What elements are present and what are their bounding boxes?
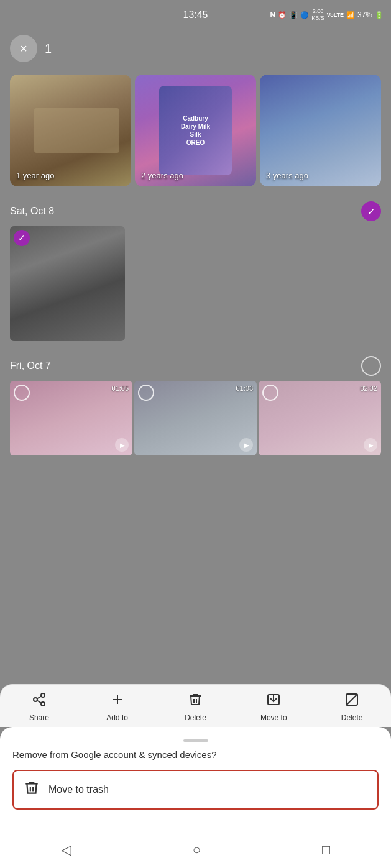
delete-from-action[interactable]: Delete: [333, 692, 370, 722]
signal-icon: 📶: [346, 11, 355, 19]
play-icon-2: ▶: [244, 442, 249, 449]
action-bar: Share Add to Delete: [0, 684, 391, 727]
share-action[interactable]: Share: [21, 692, 58, 722]
nfc-icon: N: [270, 11, 276, 19]
drag-handle: [183, 739, 208, 742]
video-duration-1: 01:05: [111, 385, 129, 392]
add-to-label: Add to: [106, 713, 128, 722]
status-time: 13:45: [183, 9, 208, 21]
share-icon: [32, 692, 47, 711]
section-select-oct8[interactable]: ✓: [361, 201, 381, 221]
nav-bar: ◁ ○ □: [0, 833, 391, 868]
video-cell-oct7-1[interactable]: 01:05 ▶: [10, 381, 132, 455]
section-date-oct7: Fri, Oct 7: [10, 360, 51, 372]
delete-action[interactable]: Delete: [177, 692, 214, 722]
recents-button[interactable]: □: [322, 842, 330, 858]
video-grid-oct7: 01:05 ▶ 01:03 ▶ 02:32 ▶: [5, 381, 386, 455]
memory-label-3: 3 years ago: [266, 171, 308, 180]
home-button[interactable]: ○: [193, 842, 201, 858]
photo-cell-oct8-1[interactable]: ✓: [10, 226, 125, 341]
bluetooth-icon: 🔵: [300, 11, 309, 19]
memories-row: 1 year ago CadburyDairy MilkSilkOREO 2 y…: [5, 70, 386, 194]
battery-icon: 🔋: [375, 11, 384, 19]
svg-point-1: [34, 698, 37, 701]
play-button-3[interactable]: ▶: [364, 438, 377, 452]
status-icons: N ⏰ 📳 🔵 2.00KB/S VoLTE 📶 37% 🔋: [270, 8, 384, 22]
select-circle-oct7-2[interactable]: [138, 385, 154, 401]
section-date-oct8: Sat, Oct 8: [10, 206, 54, 217]
alarm-icon: ⏰: [278, 11, 287, 19]
move-to-label: Move to: [260, 713, 287, 722]
photo-grid-oct8: ✓: [5, 226, 386, 349]
lte-icon: VoLTE: [327, 12, 344, 18]
delete-icon: [188, 692, 203, 711]
delete-label: Delete: [185, 713, 206, 722]
play-icon-1: ▶: [120, 442, 125, 449]
move-to-icon: [266, 692, 281, 711]
select-circle-oct8-1[interactable]: ✓: [14, 230, 30, 246]
play-button-1[interactable]: ▶: [115, 438, 129, 452]
back-button[interactable]: ◁: [61, 842, 71, 858]
share-label: Share: [29, 713, 49, 722]
svg-line-3: [37, 701, 41, 703]
delete-from-label: Delete: [341, 713, 363, 722]
close-icon: ×: [20, 42, 27, 56]
svg-point-0: [41, 693, 45, 697]
svg-line-4: [37, 697, 41, 699]
play-button-2[interactable]: ▶: [239, 438, 253, 452]
close-selection-button[interactable]: ×: [10, 35, 37, 62]
move-to-trash-button[interactable]: Move to trash: [12, 770, 379, 810]
delete-from-icon: [344, 692, 359, 711]
checkmark-icon-oct8: ✓: [367, 206, 375, 217]
video-cell-oct7-3[interactable]: 02:32 ▶: [259, 381, 381, 455]
data-speed: 2.00KB/S: [311, 8, 324, 22]
trash-icon: [24, 780, 40, 800]
video-cell-oct7-2[interactable]: 01:03 ▶: [134, 381, 257, 455]
memory-thumb-1year[interactable]: 1 year ago: [10, 75, 131, 186]
section-header-oct8: Sat, Oct 8 ✓: [5, 194, 386, 226]
battery-percent: 37%: [357, 11, 372, 19]
select-circle-oct7-1[interactable]: [14, 385, 30, 401]
memory-label-1: 1 year ago: [16, 171, 54, 180]
content-area: 1 year ago CadburyDairy MilkSilkOREO 2 y…: [0, 70, 391, 455]
confirm-title: Remove from Google account & synced devi…: [12, 749, 379, 760]
video-duration-3: 02:32: [360, 385, 377, 392]
add-to-action[interactable]: Add to: [99, 692, 136, 722]
section-header-oct7: Fri, Oct 7: [5, 349, 386, 381]
confirm-dialog: Remove from Google account & synced devi…: [0, 727, 391, 833]
svg-line-10: [346, 694, 357, 705]
selection-count: 1: [45, 42, 52, 56]
memory-thumb-2years[interactable]: CadburyDairy MilkSilkOREO 2 years ago: [135, 75, 256, 186]
memory-thumb-3years[interactable]: 3 years ago: [260, 75, 381, 186]
move-to-action[interactable]: Move to: [255, 692, 292, 722]
play-icon-3: ▶: [369, 442, 374, 449]
memory-label-2: 2 years ago: [141, 171, 183, 180]
section-select-oct7[interactable]: [361, 356, 381, 376]
svg-point-2: [41, 702, 45, 706]
add-icon: [110, 692, 125, 711]
status-bar: 13:45 N ⏰ 📳 🔵 2.00KB/S VoLTE 📶 37% 🔋: [0, 0, 391, 30]
select-circle-oct7-3[interactable]: [262, 385, 278, 401]
vibrate-icon: 📳: [289, 11, 298, 19]
top-bar: × 1: [0, 30, 391, 70]
move-to-trash-label: Move to trash: [48, 784, 109, 795]
bottom-sheet: Share Add to Delete: [0, 684, 391, 868]
video-duration-2: 01:03: [236, 385, 253, 392]
